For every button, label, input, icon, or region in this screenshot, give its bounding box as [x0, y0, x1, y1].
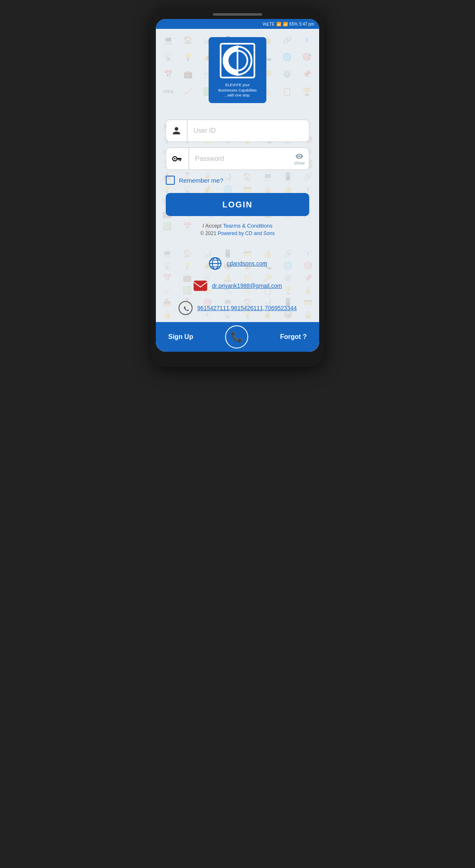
phone-notch	[213, 13, 262, 16]
signal-icon: 📶	[283, 22, 288, 26]
bg-icon-bulb: 💡	[179, 49, 197, 65]
bg-icon-gear: ⚙️	[278, 66, 296, 82]
bg-icon-calendar: 📅	[159, 66, 177, 82]
bg-icon-trophy: 🏆	[298, 84, 316, 99]
bg-icon-pin: 📌	[298, 66, 316, 82]
login-button[interactable]: LOGIN	[166, 193, 309, 216]
bg-icon-target: 🎯	[298, 49, 316, 65]
copyright-row: © 2021 Powered by CD and Sons	[166, 231, 309, 236]
terms-prefix: I Accept	[202, 223, 223, 229]
signup-button[interactable]: Sign Up	[168, 333, 193, 341]
status-bar: VoLTE 📶 📶 65% 5:47 pm	[156, 19, 319, 29]
bg-icon-wifi2: 📡	[159, 49, 177, 65]
bottom-navigation-bar: Sign Up 📞 Forgot ?	[156, 322, 319, 352]
svg-point-5	[174, 158, 175, 159]
terms-link[interactable]: Tearms & Conditions	[223, 223, 273, 229]
password-input[interactable]	[189, 148, 290, 169]
bg-icon-tag2: 📋	[278, 84, 296, 99]
wifi-icon: 📶	[276, 22, 281, 26]
remember-me-row: Remember me?	[166, 176, 309, 185]
email-contact: dr.priyank1988@gmail.com	[193, 278, 282, 293]
terms-row: I Accept Tearms & Conditions	[166, 223, 309, 229]
logo-tagline: ELEVATE your Businesses Capabilites ...w…	[218, 82, 256, 98]
bg-icon-share: 🔗	[278, 32, 296, 48]
userid-input[interactable]	[188, 120, 309, 141]
svg-rect-14	[194, 281, 207, 291]
logo-container: ELEVATE your Businesses Capabilites ...w…	[209, 37, 266, 103]
remember-me-label: Remember me?	[179, 177, 223, 184]
globe-icon	[208, 256, 223, 271]
svg-rect-7	[180, 160, 181, 161]
phone-link[interactable]: 9615427111,9615426111,7069523344	[197, 305, 296, 311]
whatsapp-icon	[178, 301, 193, 315]
bg-icon-home: 🏠	[179, 32, 197, 48]
phone-contact: 9615427111,9615426111,7069523344	[178, 301, 296, 315]
powered-by-link[interactable]: Powered by CD and Sons	[218, 231, 275, 236]
website-contact: cdandsons.com	[208, 256, 267, 271]
svg-rect-6	[176, 158, 181, 159]
phone-frame: VoLTE 📶 📶 65% 5:47 pm 💻 🏠 📊 📱 💳 👍 🔗 📧 📡 …	[151, 8, 324, 367]
website-link[interactable]: cdandsons.com	[227, 260, 267, 267]
call-button[interactable]: 📞	[225, 325, 248, 348]
password-icon	[166, 148, 189, 169]
phone-call-icon: 📞	[230, 331, 243, 343]
bg-icon-visa: VISA	[159, 84, 177, 99]
header-section: 💻 🏠 📊 📱 💳 👍 🔗 📧 📡 💡 💰 📦 🔒 📞 🌐 🎯 📅 💼 🛒	[156, 29, 319, 120]
login-section: 💻 🏠 📊 📱 💳 👍 🔗 📧 📡 💡 💰 📦 🔒 📞 🌐 🎯 VISA 📈	[156, 120, 319, 246]
copyright-year: © 2021	[200, 231, 216, 236]
logo-svg	[219, 42, 256, 79]
bg-icon-globe: 🌐	[278, 49, 296, 65]
forgot-button[interactable]: Forgot ?	[280, 333, 307, 341]
password-input-group: show	[166, 148, 309, 170]
show-password-button[interactable]: show	[290, 152, 309, 165]
email-link[interactable]: dr.priyank1988@gmail.com	[212, 282, 282, 289]
user-icon	[166, 120, 188, 141]
bg-icon-laptop: 💻	[159, 32, 177, 48]
time-display: 5:47 pm	[299, 22, 314, 26]
bg-icon-graph: 📈	[179, 84, 197, 99]
show-label: show	[294, 160, 305, 165]
svg-rect-8	[179, 160, 179, 161]
email-icon	[193, 278, 208, 293]
network-indicator: VoLTE	[263, 22, 275, 26]
bg-icon-brief: 💼	[179, 66, 197, 82]
contact-section: 💻 🏠 📊 📱 💳 👍 🔗 📧 📡 💡 💰 📦 🔒 📞 🌐 🎯 📅 💼 🛒	[156, 246, 319, 322]
userid-input-group	[166, 120, 309, 142]
phone-screen: VoLTE 📶 📶 65% 5:47 pm 💻 🏠 📊 📱 💳 👍 🔗 📧 📡 …	[156, 19, 319, 352]
bg-icon-email: 📧	[298, 32, 316, 48]
battery-text: 65%	[289, 22, 298, 26]
remember-me-checkbox[interactable]	[166, 176, 175, 185]
